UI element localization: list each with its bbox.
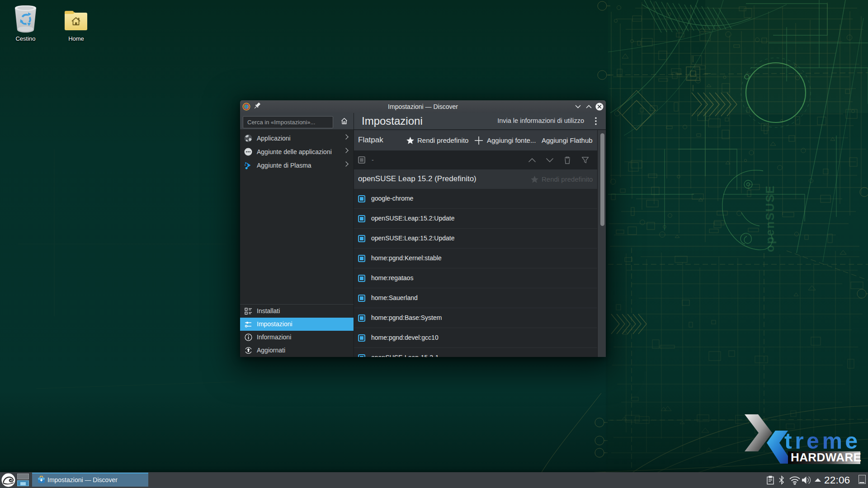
svg-text:treme: treme	[784, 428, 861, 454]
